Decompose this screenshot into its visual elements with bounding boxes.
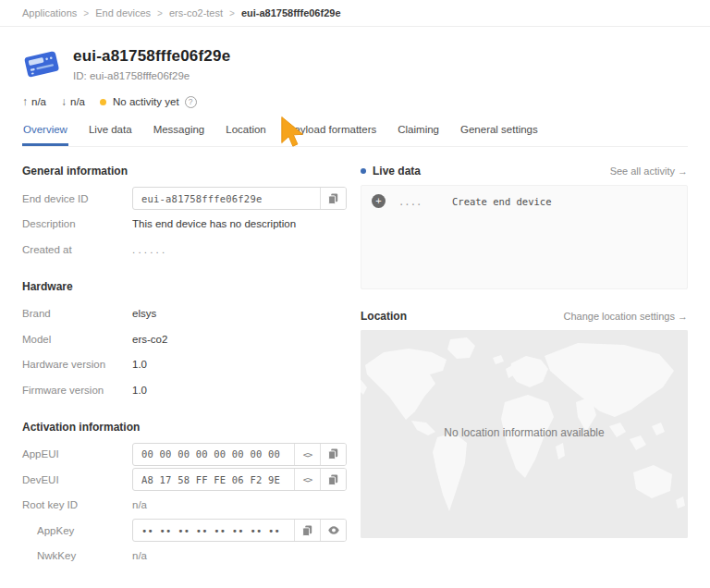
downlink-stat: ↓ n/a <box>61 95 85 108</box>
appkey-input-group <box>132 519 347 542</box>
field-label: AppEUI <box>22 448 132 459</box>
tab-live-data[interactable]: Live data <box>88 124 133 146</box>
breadcrumb-separator: > <box>229 8 235 18</box>
breadcrumb-separator: > <box>83 8 89 18</box>
downlink-value: n/a <box>70 96 85 107</box>
overview-content: General information End device ID Descri… <box>0 147 710 588</box>
appeui-input-group: <> <box>132 443 347 466</box>
field-row-deveui: DevEUI <> <box>22 467 347 493</box>
field-row-created-at: Created at . . . . . . <box>22 237 347 263</box>
device-tabs: Overview Live data Messaging Location Pa… <box>22 124 688 147</box>
section-title: General information <box>22 165 347 178</box>
brand-value: elsys <box>132 308 156 319</box>
activity-status-text: No activity yet <box>113 96 179 107</box>
device-status-row: ↑ n/a ↓ n/a No activity yet ? <box>22 95 688 108</box>
root-key-id-value: n/a <box>132 499 147 510</box>
tab-general-settings[interactable]: General settings <box>459 124 539 146</box>
created-at-value: . . . . . . <box>132 244 165 255</box>
activity-column: Live data See all activity → + .... Crea… <box>361 165 688 588</box>
appkey-input[interactable] <box>133 520 294 541</box>
field-row-firmware-version: Firmware version 1.0 <box>22 377 347 403</box>
code-format-icon[interactable]: <> <box>294 444 320 465</box>
section-hardware: Hardware Brand elsys Model ers-co2 Hardw… <box>22 280 347 403</box>
breadcrumb: Applications > End devices > ers-co2-tes… <box>0 0 710 27</box>
device-header: eui-a81758fffe06f29e ID: eui-a81758fffe0… <box>0 27 710 147</box>
copy-icon[interactable] <box>320 469 346 490</box>
nwkkey-value: n/a <box>132 550 147 561</box>
uplink-arrow-icon: ↑ <box>22 95 28 108</box>
tab-payload-formatters[interactable]: Payload formatters <box>287 124 378 146</box>
event-row-create-end-device[interactable]: + .... Create end device <box>361 186 687 216</box>
event-time: .... <box>398 196 452 207</box>
breadcrumb-application-id[interactable]: ers-co2-test <box>169 7 223 18</box>
device-info-column: General information End device ID Descri… <box>22 165 347 588</box>
field-row-brand: Brand elsys <box>22 301 347 327</box>
field-label: Description <box>22 218 132 229</box>
tab-claiming[interactable]: Claiming <box>397 124 440 146</box>
tab-location[interactable]: Location <box>225 124 266 146</box>
downlink-arrow-icon: ↓ <box>61 95 67 108</box>
field-label: Model <box>22 334 132 345</box>
copy-icon[interactable] <box>294 520 320 541</box>
live-indicator-icon <box>361 168 366 174</box>
copy-icon[interactable] <box>320 188 346 209</box>
change-location-settings-link[interactable]: Change location settings → <box>563 311 688 322</box>
deveui-input[interactable] <box>133 469 294 490</box>
live-data-widget: Live data See all activity → + .... Crea… <box>361 165 688 289</box>
end-device-id-input[interactable] <box>133 188 320 209</box>
page-title: eui-a81758fffe06f29e <box>73 47 230 66</box>
tab-messaging[interactable]: Messaging <box>153 124 206 146</box>
field-label: DevEUI <box>22 474 132 485</box>
model-value: ers-co2 <box>132 334 167 345</box>
field-label: AppKey <box>22 525 132 536</box>
field-row-nwkkey: NwkKey n/a <box>22 544 347 570</box>
activity-dot-icon <box>100 99 106 105</box>
copy-icon[interactable] <box>320 444 346 465</box>
appeui-input[interactable] <box>133 444 294 465</box>
eye-icon[interactable] <box>320 520 346 541</box>
section-title: Hardware <box>22 280 347 293</box>
field-label: Firmware version <box>22 385 132 396</box>
firmware-version-value: 1.0 <box>132 385 147 396</box>
field-row-description: Description This end device has no descr… <box>22 212 347 238</box>
field-label: End device ID <box>22 193 132 204</box>
hardware-version-value: 1.0 <box>132 359 147 370</box>
field-label: Created at <box>22 244 132 255</box>
field-row-model: Model ers-co2 <box>22 326 347 352</box>
device-id-subtitle: ID: eui-a81758fffe06f29e <box>73 70 230 81</box>
field-label: Root key ID <box>22 499 132 510</box>
activity-status: No activity yet ? <box>100 96 197 108</box>
field-row-hardware-version: Hardware version 1.0 <box>22 352 347 378</box>
code-format-icon[interactable]: <> <box>294 469 320 490</box>
location-widget: Location Change location settings → <box>361 310 688 538</box>
breadcrumb-separator: > <box>157 8 163 18</box>
live-data-panel[interactable]: + .... Create end device <box>361 185 688 289</box>
section-activation-information: Activation information AppEUI <> DevEUI … <box>22 421 347 570</box>
event-name: Create end device <box>452 196 551 207</box>
location-title: Location <box>361 310 407 323</box>
tab-overview[interactable]: Overview <box>22 124 68 146</box>
end-device-id-input-group <box>132 187 347 210</box>
description-value: This end device has no description <box>132 218 296 229</box>
end-device-icon <box>22 46 61 81</box>
field-row-end-device-id: End device ID <box>22 186 347 212</box>
field-row-root-key-id: Root key ID n/a <box>22 493 347 519</box>
section-general-information: General information End device ID Descri… <box>22 165 347 263</box>
field-row-appeui: AppEUI <> <box>22 442 347 468</box>
breadcrumb-applications[interactable]: Applications <box>22 7 77 18</box>
field-row-appkey: AppKey <box>22 518 347 544</box>
help-icon[interactable]: ? <box>185 96 197 108</box>
breadcrumb-device-id[interactable]: eui-a81758fffe06f29e <box>241 7 341 18</box>
field-label: Hardware version <box>22 359 132 370</box>
location-map[interactable]: No location information available <box>361 330 688 538</box>
map-empty-text: No location information available <box>361 426 688 439</box>
deveui-input-group: <> <box>132 468 347 491</box>
live-data-title: Live data <box>361 165 421 178</box>
see-all-activity-link[interactable]: See all activity → <box>610 165 688 177</box>
uplink-stat: ↑ n/a <box>22 95 46 108</box>
breadcrumb-end-devices[interactable]: End devices <box>95 7 151 18</box>
create-event-icon: + <box>372 194 386 208</box>
field-label: Brand <box>22 308 132 319</box>
section-title: Activation information <box>22 421 347 434</box>
field-label: NwkKey <box>22 550 132 561</box>
